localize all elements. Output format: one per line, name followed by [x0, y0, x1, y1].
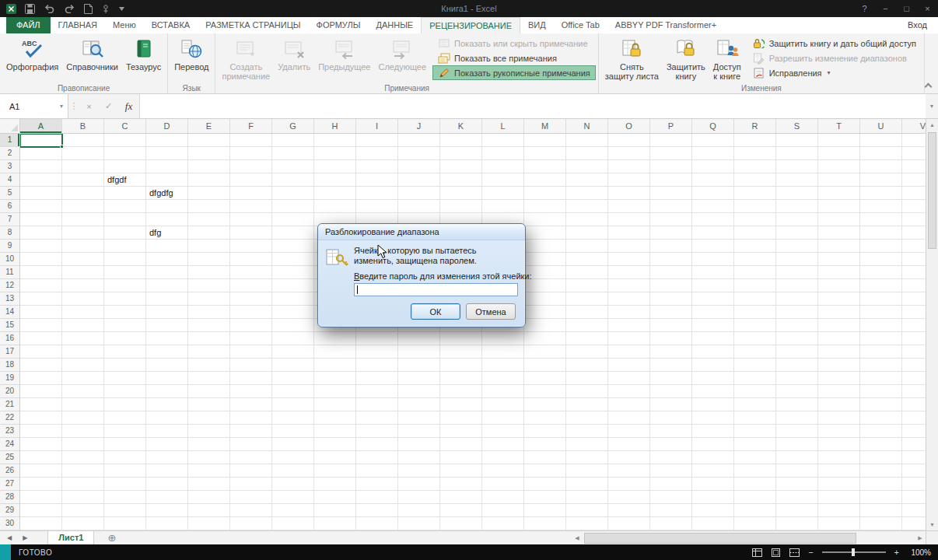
scroll-left-icon[interactable]: ◀ — [572, 535, 583, 541]
touch-mode-icon[interactable] — [101, 3, 110, 14]
ribbon-button-перевод[interactable]: Перевод — [170, 35, 212, 83]
row-header-13[interactable]: 13 — [0, 292, 19, 306]
vertical-scrollbar[interactable]: ▲ ▼ — [926, 119, 938, 530]
help-button[interactable]: ? — [854, 0, 875, 17]
tab-главная[interactable]: ГЛАВНАЯ — [51, 17, 105, 33]
cancel-entry-icon[interactable]: × — [79, 94, 99, 118]
formula-input[interactable] — [139, 94, 926, 118]
row-header-23[interactable]: 23 — [0, 425, 19, 438]
scroll-down-icon[interactable]: ▼ — [926, 519, 938, 530]
ok-button[interactable]: ОК — [411, 303, 460, 320]
excel-icon[interactable] — [6, 3, 16, 14]
row-header-12[interactable]: 12 — [0, 279, 19, 292]
column-header-U[interactable]: U — [860, 119, 902, 133]
save-icon[interactable] — [25, 3, 35, 14]
ribbon-button-справочники[interactable]: Справочники — [62, 35, 122, 83]
qat-dropdown-icon[interactable] — [119, 3, 124, 14]
column-header-D[interactable]: D — [146, 119, 188, 133]
redo-icon[interactable] — [64, 3, 75, 14]
normal-view-icon[interactable] — [752, 548, 762, 557]
zoom-out-button[interactable]: − — [808, 548, 813, 557]
maximize-button[interactable]: □ — [896, 0, 917, 17]
new-sheet-button[interactable]: ⊕ — [107, 531, 116, 544]
tab-меню[interactable]: Меню — [105, 17, 144, 33]
zoom-slider[interactable] — [822, 551, 886, 553]
row-header-4[interactable]: 4 — [0, 173, 19, 187]
tab-office-tab[interactable]: Office Tab — [554, 17, 607, 33]
page-break-view-icon[interactable] — [789, 548, 800, 557]
row-header-9[interactable]: 9 — [0, 240, 19, 253]
password-input[interactable] — [354, 283, 518, 296]
ribbon-button-показать-все-примечания[interactable]: Показать все примечания — [432, 51, 596, 65]
ribbon-button-защитить-книгу[interactable]: Защитить книгу — [663, 35, 709, 83]
row-header-25[interactable]: 25 — [0, 451, 19, 464]
sheet-tab-лист1[interactable]: Лист1 — [47, 531, 94, 544]
scroll-up-icon[interactable]: ▲ — [926, 119, 938, 131]
ribbon-button-защитить-книгу-и-дать-общий-доступ[interactable]: Защитить книгу и дать общий доступ — [747, 36, 922, 51]
column-header-J[interactable]: J — [398, 119, 440, 133]
tab-вставка[interactable]: ВСТАВКА — [144, 17, 198, 33]
zoom-level[interactable]: 100% — [908, 548, 931, 557]
tab-данные[interactable]: ДАННЫЕ — [368, 17, 421, 33]
row-header-7[interactable]: 7 — [0, 213, 19, 226]
formula-bar-handle[interactable]: ⋮ — [68, 94, 79, 118]
column-header-P[interactable]: P — [650, 119, 692, 133]
sign-in-link[interactable]: Вход — [908, 17, 938, 33]
row-header-5[interactable]: 5 — [0, 187, 19, 200]
select-all-corner[interactable] — [0, 119, 20, 134]
column-header-N[interactable]: N — [566, 119, 608, 133]
column-header-B[interactable]: B — [62, 119, 104, 133]
column-header-A[interactable]: A — [20, 119, 62, 133]
row-header-1[interactable]: 1 — [0, 134, 19, 147]
row-header-30[interactable]: 30 — [0, 517, 19, 530]
tab-рецензирование[interactable]: РЕЦЕНЗИРОВАНИЕ — [421, 17, 520, 33]
column-header-S[interactable]: S — [776, 119, 818, 133]
row-header-24[interactable]: 24 — [0, 438, 19, 451]
row-header-17[interactable]: 17 — [0, 345, 19, 359]
row-header-16[interactable]: 16 — [0, 332, 19, 345]
page-layout-view-icon[interactable] — [771, 548, 781, 557]
column-header-T[interactable]: T — [818, 119, 860, 133]
ribbon-button-орфография[interactable]: ABCОрфография — [2, 35, 62, 83]
zoom-in-button[interactable]: + — [894, 548, 899, 557]
column-header-Q[interactable]: Q — [692, 119, 734, 133]
ribbon-button-снять-защиту-листа[interactable]: Снять защиту листа — [601, 35, 663, 83]
next-sheet-icon[interactable]: ▶ — [23, 534, 27, 541]
collapse-ribbon-button[interactable] — [923, 82, 933, 89]
ribbon-button-тезаурус[interactable]: Тезаурус — [122, 35, 165, 83]
column-header-V[interactable]: V — [902, 119, 926, 133]
minimize-button[interactable]: − — [875, 0, 896, 17]
horizontal-scroll-thumb[interactable] — [584, 533, 856, 544]
row-header-28[interactable]: 28 — [0, 491, 19, 504]
cells[interactable]: dfgdfdfgdfgdfg — [20, 134, 926, 530]
column-header-I[interactable]: I — [356, 119, 398, 133]
column-header-O[interactable]: O — [608, 119, 650, 133]
zoom-slider-thumb[interactable] — [852, 548, 855, 556]
tab-разметка-страницы[interactable]: РАЗМЕТКА СТРАНИЦЫ — [198, 17, 308, 33]
column-header-G[interactable]: G — [272, 119, 314, 133]
column-header-M[interactable]: M — [524, 119, 566, 133]
row-header-22[interactable]: 22 — [0, 411, 19, 425]
vertical-scroll-thumb[interactable] — [928, 132, 936, 249]
tab-abbyy-pdf-transformer+[interactable]: ABBYY PDF Transformer+ — [607, 17, 724, 33]
close-button[interactable]: × — [917, 0, 938, 17]
row-header-3[interactable]: 3 — [0, 160, 19, 173]
ribbon-button-исправления[interactable]: Исправления▾ — [747, 65, 922, 80]
row-header-18[interactable]: 18 — [0, 359, 19, 372]
scroll-right-icon[interactable]: ▶ — [915, 535, 926, 541]
row-header-6[interactable]: 6 — [0, 200, 19, 213]
expand-formula-bar-icon[interactable]: ▾ — [926, 94, 938, 118]
row-header-29[interactable]: 29 — [0, 504, 19, 517]
column-header-C[interactable]: C — [104, 119, 146, 133]
tab-формулы[interactable]: ФОРМУЛЫ — [309, 17, 369, 33]
cancel-button[interactable]: Отмена — [466, 303, 516, 320]
row-header-21[interactable]: 21 — [0, 398, 19, 411]
row-header-11[interactable]: 11 — [0, 266, 19, 279]
dialog-title[interactable]: Разблокирование диапазона — [318, 224, 525, 240]
row-header-26[interactable]: 26 — [0, 464, 19, 478]
row-header-14[interactable]: 14 — [0, 306, 19, 319]
row-header-10[interactable]: 10 — [0, 253, 19, 266]
prev-sheet-icon[interactable]: ◀ — [7, 534, 12, 541]
row-header-2[interactable]: 2 — [0, 147, 19, 160]
horizontal-scroll-track[interactable] — [583, 533, 915, 544]
